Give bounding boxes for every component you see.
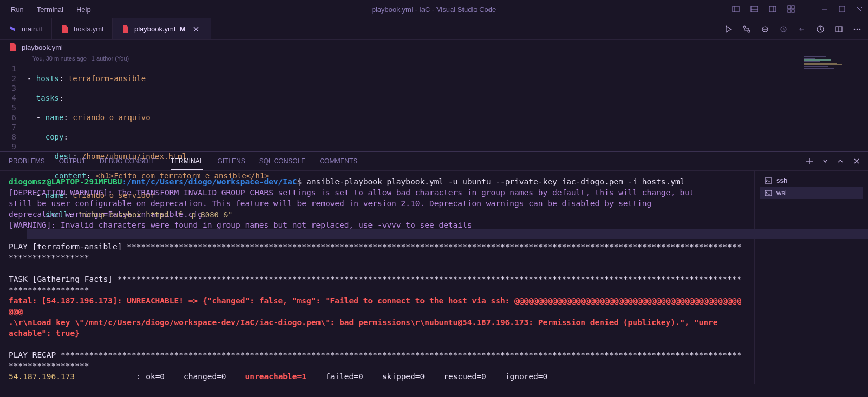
close-panel-icon[interactable]: [853, 157, 860, 165]
maximize-panel-icon[interactable]: [837, 157, 844, 165]
tab-playbook-yml[interactable]: playbook.yml M: [113, 18, 211, 39]
minimap[interactable]: [804, 56, 858, 78]
window-maximize-icon[interactable]: [839, 6, 845, 12]
window-title: playbook.yml - IaC - Visual Studio Code: [372, 5, 497, 14]
layout-grid-icon[interactable]: [787, 5, 795, 14]
terminal-dropdown-icon[interactable]: [823, 158, 828, 164]
titlebar-menus: Run Terminal Help: [5, 3, 96, 16]
history-icon[interactable]: [816, 25, 825, 34]
tab-modified-indicator: M: [180, 25, 186, 33]
svg-rect-11: [839, 6, 845, 12]
panel-tab-problems[interactable]: PROBLEMS: [9, 153, 45, 169]
tab-label: hosts.yml: [74, 25, 103, 33]
panel-tab-gitlens[interactable]: GITLENS: [217, 153, 245, 169]
layout-right-icon[interactable]: [768, 5, 777, 14]
terraform-icon: [9, 25, 17, 34]
svg-rect-6: [788, 6, 791, 9]
svg-point-25: [859, 28, 861, 30]
panel-actions: [805, 157, 860, 166]
menu-help[interactable]: Help: [71, 3, 96, 16]
editor-actions: [724, 18, 862, 39]
git-compare-icon[interactable]: [742, 25, 751, 34]
run-icon[interactable]: [724, 25, 733, 34]
svg-point-16: [743, 26, 746, 28]
panel-tab-comments[interactable]: COMMENTS: [319, 153, 357, 169]
editor-tabs-bar: main.tf hosts.yml playbook.yml M: [0, 18, 868, 40]
tab-label: playbook.yml: [134, 25, 175, 33]
layout-primary-icon[interactable]: [732, 5, 740, 14]
diff-icon[interactable]: [761, 25, 769, 34]
svg-rect-0: [733, 6, 739, 12]
titlebar-right-controls: [732, 5, 863, 14]
more-actions-icon[interactable]: [853, 25, 862, 34]
window-close-icon[interactable]: [856, 6, 863, 12]
yaml-icon: [121, 25, 130, 34]
layout-bottom-icon[interactable]: [750, 5, 759, 14]
line-numbers-gutter: 1 2 3 4 5 6 7 8 9: [0, 54, 27, 151]
svg-rect-2: [751, 6, 758, 12]
breadcrumb-label: playbook.yml: [22, 43, 63, 51]
prev-change-icon[interactable]: [798, 25, 806, 34]
window-minimize-icon[interactable]: [821, 6, 828, 12]
panel-tabs: PROBLEMS OUTPUT DEBUG CONSOLE TERMINAL G…: [0, 151, 868, 171]
panel-tab-output[interactable]: OUTPUT: [59, 153, 86, 169]
split-editor-icon[interactable]: [834, 25, 843, 34]
tab-close-button[interactable]: [190, 25, 202, 33]
menu-terminal[interactable]: Terminal: [31, 3, 69, 16]
revert-icon[interactable]: [779, 25, 788, 34]
yaml-icon: [9, 43, 17, 51]
yaml-icon: [61, 25, 69, 34]
panel-tab-debug-console[interactable]: DEBUG CONSOLE: [100, 153, 156, 169]
titlebar: Run Terminal Help playbook.yml - IaC - V…: [0, 0, 868, 18]
tab-hosts-yml[interactable]: hosts.yml: [52, 18, 113, 39]
tab-label: main.tf: [22, 25, 43, 33]
svg-rect-7: [792, 6, 794, 9]
svg-point-17: [748, 30, 750, 32]
menu-run[interactable]: Run: [5, 3, 29, 16]
svg-point-23: [854, 28, 856, 30]
svg-rect-8: [788, 10, 791, 12]
svg-rect-4: [769, 6, 776, 12]
svg-point-24: [857, 28, 858, 30]
new-terminal-button[interactable]: [805, 157, 814, 166]
breadcrumb[interactable]: playbook.yml: [0, 40, 868, 54]
tab-main-tf[interactable]: main.tf: [0, 18, 52, 39]
svg-rect-9: [792, 10, 794, 12]
editor-area[interactable]: 1 2 3 4 5 6 7 8 9 You, 30 minutes ago | …: [0, 54, 868, 151]
code-content[interactable]: - hosts: terraform-ansible tasks: - name…: [27, 54, 868, 151]
panel-tab-sql-console[interactable]: SQL CONSOLE: [259, 153, 306, 169]
panel-tab-terminal[interactable]: TERMINAL: [171, 153, 204, 170]
